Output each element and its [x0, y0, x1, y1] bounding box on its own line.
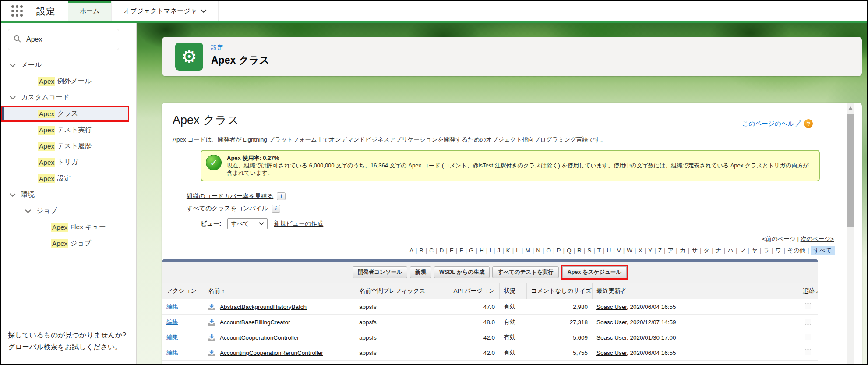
alphabet-letter-N[interactable]: N — [535, 247, 541, 254]
user-link[interactable]: Soasc User — [596, 334, 627, 341]
toolbar-button-すべてのテストを実行[interactable]: すべてのテストを実行 — [492, 266, 558, 278]
sidebar-section-メール[interactable]: メール — [1, 57, 136, 73]
sidebar-item-Apex Flex キュー[interactable]: Apex Flex キュー — [1, 219, 136, 235]
quick-find-box[interactable] — [8, 29, 119, 50]
alphabet-letter-Q[interactable]: Q — [566, 247, 572, 254]
sidebar-section-環境[interactable]: 環境 — [1, 187, 136, 203]
alphabet-letter-W[interactable]: W — [626, 247, 633, 254]
tracked-checkbox[interactable] — [805, 334, 811, 340]
breadcrumb-setup-link[interactable]: 設定 — [211, 44, 223, 52]
scrollbar-thumb[interactable] — [847, 114, 854, 227]
alphabet-letter-X[interactable]: X — [638, 247, 643, 254]
column-header-コメントなしのサイズ[interactable]: コメントなしのサイズ — [526, 283, 592, 299]
view-select[interactable]: すべて — [227, 218, 268, 229]
sidebar-item-Apex ジョブ[interactable]: Apex ジョブ — [1, 235, 136, 252]
alphabet-letter-I[interactable]: I — [489, 247, 492, 254]
download-icon[interactable] — [208, 334, 215, 341]
sidebar-item-Apex テスト実行[interactable]: Apex テスト実行 — [1, 122, 136, 138]
alphabet-letter-Z[interactable]: Z — [657, 247, 663, 254]
alphabet-letter-ハ[interactable]: ハ — [727, 247, 734, 254]
info-icon[interactable]: i — [277, 192, 286, 200]
alphabet-letter-T[interactable]: T — [596, 247, 602, 254]
alphabet-letter-K[interactable]: K — [505, 247, 511, 254]
class-name-link[interactable]: AccountBaseBillingCreator — [220, 319, 290, 326]
info-icon[interactable]: i — [272, 205, 280, 213]
alphabet-letter-A[interactable]: A — [409, 247, 414, 254]
tracked-checkbox[interactable] — [805, 349, 811, 355]
sidebar-item-Apex トリガ[interactable]: Apex トリガ — [1, 154, 136, 170]
alphabet-letter-F[interactable]: F — [459, 247, 464, 254]
alphabet-letter-J[interactable]: J — [497, 247, 501, 254]
sidebar-section-ジョブ[interactable]: ジョブ — [1, 203, 136, 219]
create-view-link[interactable]: 新規ビューの作成 — [274, 220, 323, 228]
edit-link[interactable]: 編集 — [166, 334, 178, 340]
alphabet-letter-O[interactable]: O — [545, 247, 552, 254]
alphabet-letter-タ[interactable]: タ — [702, 247, 710, 254]
action-link[interactable]: すべてのクラスをコンパイル — [187, 205, 268, 213]
class-name-link[interactable]: AbstractBackgroundHistoryBatch — [220, 304, 307, 310]
edit-link[interactable]: 編集 — [166, 349, 178, 356]
content-scrollbar[interactable] — [847, 103, 854, 364]
sidebar-item-Apex テスト履歴[interactable]: Apex テスト履歴 — [1, 138, 136, 154]
column-header-追跡フラグあり[interactable]: 追跡フラグあり — [798, 283, 818, 299]
download-icon[interactable] — [208, 319, 215, 326]
column-header-最終更新者[interactable]: 最終更新者 — [592, 283, 798, 299]
class-name-link[interactable]: AccountCooperationController — [220, 334, 299, 341]
alphabet-letter-C[interactable]: C — [428, 247, 434, 254]
alphabet-letter-ナ[interactable]: ナ — [715, 247, 723, 254]
tracked-checkbox[interactable] — [805, 303, 811, 309]
column-header-アクション[interactable]: アクション — [162, 283, 204, 299]
sidebar-section-カスタムコード[interactable]: カスタムコード — [1, 89, 136, 106]
alphabet-letter-Y[interactable]: Y — [647, 247, 653, 254]
alphabet-letter-サ[interactable]: サ — [691, 247, 699, 254]
sidebar-item-Apex 設定[interactable]: Apex 設定 — [1, 170, 136, 187]
action-link[interactable]: 組織のコードカバー率を見積る — [187, 192, 273, 200]
nav-tab-ホーム[interactable]: ホーム — [68, 1, 112, 21]
section-chevron-icon[interactable] — [10, 193, 16, 197]
alphabet-letter-その他[interactable]: その他 — [787, 247, 806, 254]
sidebar-item-Apex 例外メール[interactable]: Apex 例外メール — [1, 73, 136, 89]
toolbar-button-新規[interactable]: 新規 — [410, 266, 431, 278]
alphabet-letter-ヤ[interactable]: ヤ — [751, 247, 759, 254]
column-header-API バージョン[interactable]: API バージョン — [449, 283, 499, 299]
alphabet-letter-H[interactable]: H — [479, 247, 485, 254]
page-help-link[interactable]: このページのヘルプ — [742, 120, 801, 128]
column-header-状況[interactable]: 状況 — [499, 283, 526, 299]
class-name-link[interactable]: AccountingCooperationRerunController — [220, 350, 323, 356]
alphabet-letter-B[interactable]: B — [419, 247, 424, 254]
alphabet-letter-G[interactable]: G — [468, 247, 475, 254]
edit-link[interactable]: 編集 — [166, 303, 178, 310]
alphabet-letter-ワ[interactable]: ワ — [775, 247, 783, 254]
alphabet-letter-E[interactable]: E — [449, 247, 455, 254]
alphabet-letter-ア[interactable]: ア — [667, 247, 674, 254]
user-link[interactable]: Soasc User — [596, 350, 627, 356]
user-link[interactable]: Soasc User — [596, 304, 627, 310]
alphabet-letter-P[interactable]: P — [556, 247, 561, 254]
column-header-名前[interactable]: 名前↑ — [204, 283, 355, 299]
toolbar-button-WSDL からの生成[interactable]: WSDL からの生成 — [434, 266, 490, 278]
download-icon[interactable] — [208, 349, 215, 357]
alphabet-letter-U[interactable]: U — [606, 247, 612, 254]
nav-tab-オブジェクトマネージャ[interactable]: オブジェクトマネージャ — [112, 1, 219, 21]
alphabet-letter-V[interactable]: V — [616, 247, 622, 254]
toolbar-button-開発者コンソール[interactable]: 開発者コンソール — [353, 266, 407, 278]
alphabet-letter-ラ[interactable]: ラ — [762, 247, 770, 254]
download-icon[interactable] — [208, 303, 215, 311]
scroll-up-arrow-icon[interactable] — [848, 106, 853, 110]
app-launcher-icon[interactable] — [11, 5, 23, 17]
alphabet-letter-M[interactable]: M — [524, 247, 531, 254]
help-icon[interactable]: ? — [804, 119, 813, 128]
user-link[interactable]: Soasc User — [596, 319, 627, 326]
alphabet-letter-マ[interactable]: マ — [739, 247, 747, 254]
alphabet-letter-すべて[interactable]: すべて — [811, 246, 835, 255]
next-page-link[interactable]: 次のページ> — [801, 236, 834, 242]
tracked-checkbox[interactable] — [805, 319, 811, 325]
quick-find-input[interactable] — [26, 35, 105, 43]
toolbar-button-Apex をスケジュール[interactable]: Apex をスケジュール — [562, 266, 627, 278]
section-chevron-icon[interactable] — [25, 209, 31, 213]
section-chevron-icon[interactable] — [10, 96, 16, 99]
alphabet-letter-L[interactable]: L — [515, 247, 520, 254]
section-chevron-icon[interactable] — [10, 64, 16, 67]
edit-link[interactable]: 編集 — [166, 319, 178, 325]
column-header-名前空間プレフィックス[interactable]: 名前空間プレフィックス — [355, 283, 449, 299]
